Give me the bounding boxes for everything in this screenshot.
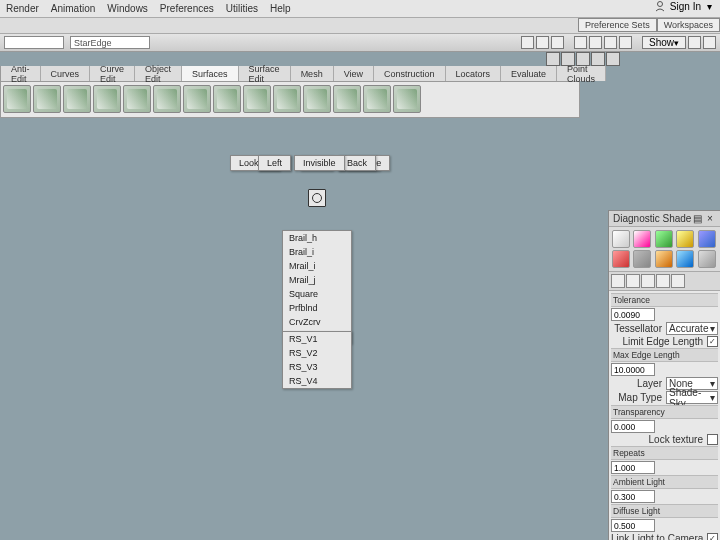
linklight-label: Link Light to Camera bbox=[611, 533, 705, 540]
tab-point-clouds[interactable]: Point Clouds bbox=[557, 66, 606, 81]
mm-item-rs_v1[interactable]: RS_V1 bbox=[283, 332, 351, 346]
repeats-input[interactable] bbox=[611, 461, 655, 474]
mm-left[interactable]: Left bbox=[258, 155, 291, 171]
menu-help[interactable]: Help bbox=[270, 3, 291, 14]
mm-item-brail_i[interactable]: Brail_i bbox=[283, 245, 351, 259]
vp-btn-1[interactable] bbox=[546, 52, 560, 66]
max-edge-input[interactable] bbox=[611, 363, 655, 376]
shade-swatch-0[interactable] bbox=[612, 230, 630, 248]
palette-tool-11[interactable] bbox=[333, 85, 361, 113]
menu-windows[interactable]: Windows bbox=[107, 3, 148, 14]
tab-mesh[interactable]: Mesh bbox=[291, 66, 334, 81]
mm-invisible[interactable]: Invisible bbox=[294, 155, 345, 171]
tab-construction[interactable]: Construction bbox=[374, 66, 446, 81]
tab-evaluate[interactable]: Evaluate bbox=[501, 66, 557, 81]
palette-tool-4[interactable] bbox=[123, 85, 151, 113]
menu-preferences[interactable]: Preferences bbox=[160, 3, 214, 14]
limit-edge-checkbox[interactable]: ✓ bbox=[707, 336, 718, 347]
shade-swatch-1[interactable] bbox=[633, 230, 651, 248]
ambient-input[interactable] bbox=[611, 490, 655, 503]
diffuse-input[interactable] bbox=[611, 519, 655, 532]
mm-item-square[interactable]: Square bbox=[283, 287, 351, 301]
main-menu-bar: Render Animation Windows Preferences Uti… bbox=[0, 0, 720, 18]
mm-item-mrail_i[interactable]: Mrail_i bbox=[283, 259, 351, 273]
shade-swatch-6[interactable] bbox=[633, 250, 651, 268]
tab-view[interactable]: View bbox=[334, 66, 374, 81]
layout-single-icon[interactable] bbox=[521, 36, 534, 49]
chevron-down-icon: ▾ bbox=[707, 1, 712, 12]
extra-1-icon[interactable] bbox=[688, 36, 701, 49]
palette-tool-2[interactable] bbox=[63, 85, 91, 113]
sign-in-label: Sign In bbox=[670, 1, 701, 12]
tab-curves[interactable]: Curves bbox=[41, 66, 91, 81]
mm-item-brail_h[interactable]: Brail_h bbox=[283, 231, 351, 245]
pt-icon-2[interactable] bbox=[626, 274, 640, 288]
shade-swatch-4[interactable] bbox=[698, 230, 716, 248]
shade-swatch-5[interactable] bbox=[612, 250, 630, 268]
transparency-input[interactable] bbox=[611, 420, 655, 433]
extra-2-icon[interactable] bbox=[703, 36, 716, 49]
tab-surfaces[interactable]: Surfaces bbox=[182, 66, 239, 81]
locktex-checkbox[interactable] bbox=[707, 434, 718, 445]
palette-tool-3[interactable] bbox=[93, 85, 121, 113]
palette-tool-6[interactable] bbox=[183, 85, 211, 113]
panel-body: Tolerance Tessellator Accurate▾ Limit Ed… bbox=[609, 291, 720, 540]
palette-tool-12[interactable] bbox=[363, 85, 391, 113]
tab-surface-edit[interactable]: Surface Edit bbox=[239, 66, 291, 81]
palette-tool-9[interactable] bbox=[273, 85, 301, 113]
shade-swatch-9[interactable] bbox=[698, 250, 716, 268]
menu-utilities[interactable]: Utilities bbox=[226, 3, 258, 14]
shade-swatch-3[interactable] bbox=[676, 230, 694, 248]
palette-tool-1[interactable] bbox=[33, 85, 61, 113]
mm-item-mrail_j[interactable]: Mrail_j bbox=[283, 273, 351, 287]
maptype-select[interactable]: Shade-Sky▾ bbox=[666, 391, 718, 404]
mm-item-rs_v3[interactable]: RS_V3 bbox=[283, 360, 351, 374]
palette-tool-10[interactable] bbox=[303, 85, 331, 113]
tab-locators[interactable]: Locators bbox=[446, 66, 502, 81]
tab-anti-edit[interactable]: Anti-Edit bbox=[1, 66, 41, 81]
mm-item-rs_v4[interactable]: RS_V4 bbox=[283, 374, 351, 388]
shade-swatch-7[interactable] bbox=[655, 250, 673, 268]
shelf-field-2[interactable] bbox=[70, 36, 150, 49]
palette-tool-13[interactable] bbox=[393, 85, 421, 113]
palette-tool-8[interactable] bbox=[243, 85, 271, 113]
pt-icon-3[interactable] bbox=[641, 274, 655, 288]
shelf-field-1[interactable] bbox=[4, 36, 64, 49]
tessellator-select[interactable]: Accurate▾ bbox=[666, 322, 718, 335]
menu-render[interactable]: Render bbox=[6, 3, 39, 14]
tab-object-edit[interactable]: Object Edit bbox=[135, 66, 182, 81]
layout-grid-icon[interactable] bbox=[536, 36, 549, 49]
diagnostic-shade-panel: Diagnostic Shade ▤ × Tolerance Tessellat… bbox=[608, 210, 720, 540]
pt-icon-1[interactable] bbox=[611, 274, 625, 288]
palette-tool-7[interactable] bbox=[213, 85, 241, 113]
linklight-checkbox[interactable]: ✓ bbox=[707, 533, 718, 540]
toggle-b-icon[interactable] bbox=[589, 36, 602, 49]
tab-curve-edit[interactable]: Curve Edit bbox=[90, 66, 135, 81]
menu-animation[interactable]: Animation bbox=[51, 3, 95, 14]
mm-item-prfblnd[interactable]: Prfblnd bbox=[283, 301, 351, 315]
user-icon bbox=[654, 0, 666, 12]
tolerance-input[interactable] bbox=[611, 308, 655, 321]
show-menu-button[interactable]: Show ▾ bbox=[642, 36, 686, 49]
pt-icon-5[interactable] bbox=[671, 274, 685, 288]
mm-item-crvzcrv[interactable]: CrvZcrv bbox=[283, 315, 351, 329]
shade-swatch-2[interactable] bbox=[655, 230, 673, 248]
pt-icon-4[interactable] bbox=[656, 274, 670, 288]
workspaces-button[interactable]: Workspaces bbox=[657, 18, 720, 32]
toggle-d-icon[interactable] bbox=[619, 36, 632, 49]
panel-opts-icon[interactable]: ▤ bbox=[692, 213, 704, 224]
shade-swatch-8[interactable] bbox=[676, 250, 694, 268]
toggle-a-icon[interactable] bbox=[574, 36, 587, 49]
panel-title-bar[interactable]: Diagnostic Shade ▤ × bbox=[609, 211, 720, 227]
palette-tool-0[interactable] bbox=[3, 85, 31, 113]
close-icon[interactable]: × bbox=[704, 213, 716, 224]
toggle-c-icon[interactable] bbox=[604, 36, 617, 49]
layout-3-icon[interactable] bbox=[551, 36, 564, 49]
shelf-bar: Show ▾ bbox=[0, 34, 720, 52]
vp-btn-5[interactable] bbox=[606, 52, 620, 66]
mm-item-rs_v2[interactable]: RS_V2 bbox=[283, 346, 351, 360]
preference-sets-button[interactable]: Preference Sets bbox=[578, 18, 657, 32]
ambient-label: Ambient Light bbox=[611, 475, 718, 489]
sign-in-button[interactable]: Sign In ▾ bbox=[654, 0, 712, 12]
palette-tool-5[interactable] bbox=[153, 85, 181, 113]
